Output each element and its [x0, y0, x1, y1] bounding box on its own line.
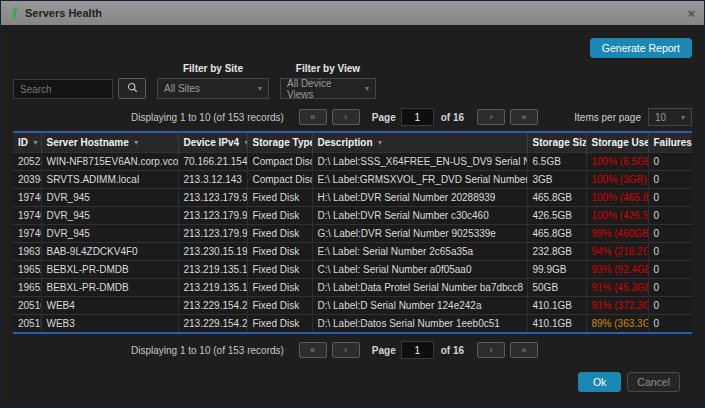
pagination-top: Displaying 1 to 10 (of 153 records) « ‹ … — [13, 108, 692, 126]
cell-storage-used: 89% (363.3GB) — [586, 315, 648, 333]
column-header[interactable]: Description▼ — [312, 133, 527, 153]
page-count-label: of 16 — [441, 112, 464, 123]
cell-hostname: DVR_945 — [41, 189, 178, 207]
page-label: Page — [372, 112, 396, 123]
dialog-titlebar: Servers Health × — [1, 1, 704, 25]
next-page-button[interactable]: › — [477, 342, 505, 358]
dialog-title: Servers Health — [25, 7, 102, 19]
table-row[interactable]: 19652 BEBXL-PR-DMDB 213.219.135.100 Fixe… — [13, 261, 692, 279]
next-page-button[interactable]: › — [477, 109, 505, 125]
cell-storage-size: 232.8GB — [527, 243, 586, 261]
table-row[interactable]: 20394 SRVTS.ADIMM.local 213.3.12.143 Com… — [13, 171, 692, 189]
table-row[interactable]: 20516 WEB4 213.229.154.249 Fixed Disk D:… — [13, 297, 692, 315]
cell-description: G:\ Label:DVR Serial Number 9025339e — [312, 225, 527, 243]
first-page-button[interactable]: « — [299, 109, 327, 125]
cell-description: H:\ Label:DVR Serial Number 20288939 — [312, 189, 527, 207]
cell-failures: 0 — [648, 297, 692, 315]
column-header[interactable]: Device IPv4▼ — [178, 133, 247, 153]
cell-storage-used: 100% (3GB) — [586, 171, 648, 189]
page-label: Page — [372, 345, 396, 356]
cell-description: E:\ Label:GRMSXVOL_FR_DVD Serial Number … — [312, 171, 527, 189]
cancel-button[interactable]: Cancel — [627, 372, 680, 392]
column-header[interactable]: Server Hostname▼ — [41, 133, 178, 153]
cell-hostname: DVR_945 — [41, 225, 178, 243]
cell-description: D:\ Label:DVR Serial Number c30c460 — [312, 207, 527, 225]
last-page-button[interactable]: » — [510, 109, 538, 125]
cell-failures: 0 — [648, 207, 692, 225]
search-button[interactable] — [118, 78, 146, 99]
cell-ipv4: 213.229.154.249 — [178, 297, 247, 315]
column-header[interactable]: ID▼ — [13, 133, 41, 153]
table-row[interactable]: 19740 DVR_945 213.123.179.93 Fixed Disk … — [13, 189, 692, 207]
servers-table: ID▼Server Hostname▼Device IPv4▼Storage T… — [13, 133, 692, 332]
site-select-value: All Sites — [164, 83, 200, 94]
cell-id: 20523 — [13, 153, 41, 171]
chevron-down-icon: ▾ — [365, 84, 369, 93]
column-header[interactable]: Failures▼ — [648, 133, 692, 153]
cell-ipv4: 213.219.135.100 — [178, 279, 247, 297]
ok-button[interactable]: Ok — [578, 372, 621, 392]
first-page-button[interactable]: « — [299, 342, 327, 358]
cell-storage-used: 91% (45.3GB) — [586, 279, 648, 297]
items-per-page-select[interactable]: 10 ▾ — [648, 108, 692, 126]
last-page-button[interactable]: » — [510, 342, 538, 358]
cell-id: 20515 — [13, 315, 41, 333]
search-input[interactable] — [13, 79, 113, 99]
filter-by-site-label: Filter by Site — [157, 63, 269, 74]
table-row[interactable]: 20515 WEB3 213.229.154.250 Fixed Disk D:… — [13, 315, 692, 333]
cell-id: 19637 — [13, 243, 41, 261]
table-row[interactable]: 19637 BAB-9L4ZDCKV4F0 213.230.15.192 Fix… — [13, 243, 692, 261]
prev-page-button[interactable]: ‹ — [332, 342, 360, 358]
cell-storage-type: Fixed Disk — [247, 243, 312, 261]
prev-page-button[interactable]: ‹ — [332, 109, 360, 125]
filter-by-site-group: Filter by Site All Sites ▾ — [157, 63, 269, 99]
cell-storage-used: 100% (465.8GB) — [586, 189, 648, 207]
cell-failures: 0 — [648, 225, 692, 243]
records-summary: Displaying 1 to 10 (of 153 records) — [131, 112, 284, 123]
cell-failures: 0 — [648, 315, 692, 333]
cell-hostname: WIN-NF8715EV6AN.corp.vconsole.com — [41, 153, 178, 171]
table-header-row: ID▼Server Hostname▼Device IPv4▼Storage T… — [13, 133, 692, 153]
close-icon[interactable]: × — [687, 7, 695, 20]
cell-hostname: BAB-9L4ZDCKV4F0 — [41, 243, 178, 261]
cell-storage-type: Fixed Disk — [247, 261, 312, 279]
cell-storage-used: 93% (92.4GB) — [586, 261, 648, 279]
cell-hostname: DVR_945 — [41, 207, 178, 225]
cell-id: 19652 — [13, 261, 41, 279]
table-row[interactable]: 19740 DVR_945 213.123.179.93 Fixed Disk … — [13, 225, 692, 243]
cell-ipv4: 213.229.154.250 — [178, 315, 247, 333]
cell-storage-used: 100% (6.5GB) — [586, 153, 648, 171]
table-row[interactable]: 19652 BEBXL-PR-DMDB 213.219.135.100 Fixe… — [13, 279, 692, 297]
filter-by-view-group: Filter by View All Device Views ▾ — [280, 63, 376, 99]
cell-id: 19652 — [13, 279, 41, 297]
generate-report-button[interactable]: Generate Report — [590, 38, 692, 58]
page-number-input[interactable] — [401, 341, 434, 359]
site-select[interactable]: All Sites ▾ — [157, 78, 269, 99]
cell-description: E:\ Label: Serial Number 2c65a35a — [312, 243, 527, 261]
page-number-input[interactable] — [401, 108, 434, 126]
table-row[interactable]: 19740 DVR_945 213.123.179.93 Fixed Disk … — [13, 207, 692, 225]
column-header[interactable]: Storage Type▼ — [247, 133, 312, 153]
items-per-page-label: Items per page — [574, 112, 641, 123]
column-header[interactable]: Storage Used▲ — [586, 133, 648, 153]
cell-storage-type: Fixed Disk — [247, 225, 312, 243]
cell-storage-used: 99% (460GB) — [586, 225, 648, 243]
cell-storage-used: 100% (426.5GB) — [586, 207, 648, 225]
search-icon — [127, 81, 138, 96]
cell-ipv4: 213.219.135.100 — [178, 261, 247, 279]
server-health-icon — [10, 7, 19, 19]
view-select-value: All Device Views — [287, 78, 359, 100]
table-row[interactable]: 20523 WIN-NF8715EV6AN.corp.vconsole.com … — [13, 153, 692, 171]
cell-hostname: BEBXL-PR-DMDB — [41, 279, 178, 297]
cell-failures: 0 — [648, 261, 692, 279]
cell-ipv4: 213.230.15.192 — [178, 243, 247, 261]
cell-failures: 0 — [648, 189, 692, 207]
pagination-bottom: Displaying 1 to 10 (of 153 records) « ‹ … — [13, 341, 692, 359]
cell-ipv4: 213.3.12.143 — [178, 171, 247, 189]
cell-storage-type: Compact Disc — [247, 171, 312, 189]
cell-ipv4: 213.123.179.93 — [178, 189, 247, 207]
cell-id: 19740 — [13, 189, 41, 207]
view-select[interactable]: All Device Views ▾ — [280, 78, 376, 99]
cell-failures: 0 — [648, 171, 692, 189]
column-header[interactable]: Storage Size▼ — [527, 133, 586, 153]
